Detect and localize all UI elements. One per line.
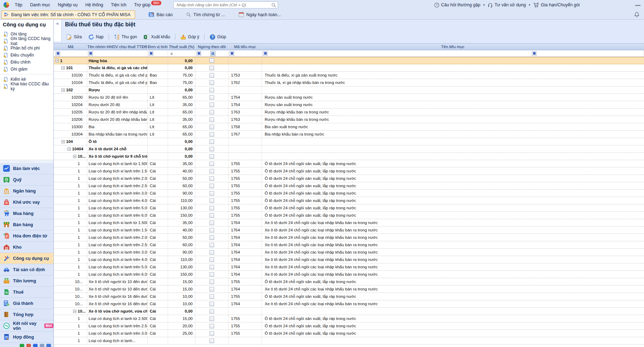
stop-tracking-checkbox[interactable] [210, 198, 214, 203]
overflow-icon[interactable] [33, 344, 38, 347]
table-row[interactable]: 10...Xe ô tô chở người từ 10 đến dưới 16… [54, 286, 644, 293]
table-row[interactable]: 10...Xe ô tô vừa chở người, vừa chở hàng… [54, 308, 644, 315]
module-item[interactable]: Ngân hàng [0, 185, 53, 197]
feature-search[interactable] [173, 1, 278, 8]
collapse-row-icon[interactable] [62, 66, 65, 70]
stop-tracking-checkbox[interactable] [210, 309, 214, 314]
table-row[interactable]: 1Loại có dung tích xi lanh trên 5.000...… [54, 263, 644, 271]
table-row[interactable]: 1Loại có dung tích xi lanh từ 1.500 cm3.… [54, 219, 644, 227]
module-item[interactable]: Kết nối vay vốnMới [0, 320, 53, 332]
module-item[interactable]: Tài sản cố định [0, 264, 53, 275]
stop-tracking-checkbox[interactable] [210, 169, 214, 174]
table-row[interactable]: 10205Rượu từ 20 độ trở lên nhập khẩu bán… [54, 109, 644, 116]
stop-tracking-checkbox[interactable] [210, 88, 214, 92]
sidebar-splitter[interactable]: ········· [0, 160, 53, 163]
column-header[interactable]: Mã [54, 44, 87, 50]
search-input[interactable] [176, 3, 271, 7]
table-row[interactable]: 1Loại có dung tích xi lanh trên 2.500...… [54, 241, 644, 249]
module-item[interactable]: Mua hàng [0, 208, 53, 219]
overflow-icon[interactable] [20, 344, 24, 347]
stop-tracking-checkbox[interactable] [210, 58, 214, 63]
table-row[interactable]: 1Loại có dung tích xi lanh trên 3.000...… [54, 330, 644, 337]
filter-icon[interactable] [532, 51, 536, 56]
menu-item-5[interactable]: Trợ giúp [134, 2, 151, 7]
stop-tracking-checkbox[interactable] [210, 191, 214, 196]
module-item[interactable]: EHóa đơn điện tử [0, 230, 53, 242]
stop-tracking-checkbox[interactable] [210, 132, 214, 137]
module-item[interactable]: $Giá thành [0, 298, 53, 309]
table-row[interactable]: 1Loại có dung tích xi lanh trên 1.500...… [54, 227, 644, 234]
table-row[interactable]: 1Hàng hóa0,00 [54, 57, 644, 64]
table-row[interactable]: 10204Rượu dưới 20 độLít35,001754Rượu sản… [54, 101, 644, 109]
sidebar-item[interactable]: Ghi giảm [0, 66, 53, 73]
collapse-row-icon[interactable] [73, 310, 76, 313]
module-item[interactable]: Hợp đồng [0, 332, 53, 343]
collapse-tree-button[interactable]: Thu gọn [111, 33, 140, 41]
table-row[interactable]: 1Loại có dung tích xi lanh trên 5.000...… [54, 204, 644, 212]
table-row[interactable]: 1Loại có dung tích xi lanh trên 2.000...… [54, 234, 644, 241]
table-row[interactable]: 1Loại có dung tích xi lanh từ 1.500 cm3.… [54, 160, 644, 168]
reports-button[interactable]: Báo cáo [148, 12, 173, 18]
stop-tracking-checkbox[interactable] [210, 110, 214, 114]
stop-tracking-checkbox[interactable] [210, 331, 214, 336]
stop-tracking-checkbox[interactable] [210, 228, 214, 233]
stop-tracking-checkbox[interactable] [210, 184, 214, 188]
collapse-row-icon[interactable] [62, 140, 65, 143]
table-row[interactable]: 10200Rượu từ 20 độ trở lênLít65,001754Rư… [54, 94, 644, 101]
rate-filter-operator[interactable]: ≤ [169, 51, 173, 55]
sidebar-item[interactable]: Khai báo CCDC đầu kỳ [0, 83, 53, 90]
table-row[interactable]: 1Loại có dung tích xi lanh trên 6.000...… [54, 212, 644, 219]
stop-tracking-checkbox[interactable] [210, 280, 214, 284]
stop-tracking-checkbox[interactable] [210, 206, 214, 210]
table-row[interactable]: 1Loại có dung tích xi lanh trên 3.000...… [54, 190, 644, 197]
stop-tracking-checkbox[interactable] [210, 125, 214, 129]
overflow-icon[interactable] [26, 344, 31, 347]
working-on-selector[interactable]: Đang làm việc trên: Sổ tài chính - CÔNG … [1, 11, 135, 19]
stop-tracking-checkbox[interactable] [210, 287, 214, 292]
table-row[interactable]: 10300BiaLít65,001758Bia sản xuất trong n… [54, 123, 644, 131]
module-item[interactable]: Bán hàng [0, 219, 53, 230]
stop-tracking-checkbox[interactable] [210, 265, 214, 269]
column-header[interactable]: Mã tiểu mục [228, 44, 262, 50]
stop-tracking-checkbox[interactable] [210, 324, 214, 328]
table-row[interactable]: 10100Thuốc lá điếu, xì gà và các chế phẩ… [54, 72, 644, 79]
overflow-icon[interactable] [40, 344, 44, 347]
module-item[interactable]: %Thuế [0, 287, 53, 298]
chevron-down-icon[interactable]: ▾ [483, 3, 485, 7]
collapse-sidebar-button[interactable]: « [54, 20, 61, 27]
module-item[interactable]: Tiền lương [0, 275, 53, 287]
chevron-down-icon[interactable]: ▾ [529, 3, 530, 7]
column-header[interactable]: Ngừng theo dõi [195, 44, 228, 50]
table-row[interactable]: 1Loại có dung tích xi lanh trên 1.500...… [54, 168, 644, 175]
stop-tracking-checkbox[interactable] [210, 147, 214, 151]
table-row[interactable]: 10206Rượu dưới 20 độ nhập khẩu bán ra...… [54, 116, 644, 123]
stop-tracking-checkbox[interactable] [210, 103, 214, 107]
help-button[interactable]: ?Giúp [206, 33, 229, 41]
filter-icon[interactable] [263, 51, 268, 56]
menu-item-1[interactable]: Danh mục [30, 2, 50, 7]
stop-filter-checkbox[interactable] [210, 51, 215, 56]
stop-tracking-checkbox[interactable] [210, 221, 214, 225]
stop-tracking-checkbox[interactable] [210, 117, 214, 122]
stop-tracking-checkbox[interactable] [210, 73, 214, 78]
find-voucher-button[interactable]: Tìm chứng từ ... [186, 12, 225, 17]
table-row[interactable]: 1Loại có dung tích xi lanh từ 2.500 cm3.… [54, 315, 644, 322]
support-menu[interactable]: Tư vấn sử dụng ▾ [488, 2, 530, 8]
menu-item-4[interactable]: Tiện ích [111, 2, 127, 7]
module-item[interactable]: Quỹ [0, 174, 53, 185]
stop-tracking-checkbox[interactable] [210, 95, 214, 100]
table-row[interactable]: 1Loại có dung tích xi lanh... [54, 337, 644, 345]
stop-tracking-checkbox[interactable] [210, 80, 214, 85]
stop-tracking-checkbox[interactable] [210, 294, 214, 299]
notification-bell-icon[interactable] [634, 12, 640, 18]
feedback-button[interactable]: Góp ý [177, 33, 202, 41]
collapse-row-icon[interactable] [73, 155, 76, 158]
menu-item-3[interactable]: Hệ thống [85, 2, 103, 7]
filter-icon[interactable] [230, 51, 234, 56]
collapse-row-icon[interactable] [56, 59, 59, 62]
stop-tracking-checkbox[interactable] [210, 272, 214, 277]
refresh-button[interactable]: Nạp [85, 33, 107, 41]
sidebar-item[interactable]: Ghi tăng CCDC hàng loạt [0, 38, 53, 45]
stop-tracking-checkbox[interactable] [210, 339, 214, 343]
stop-tracking-checkbox[interactable] [210, 176, 214, 181]
